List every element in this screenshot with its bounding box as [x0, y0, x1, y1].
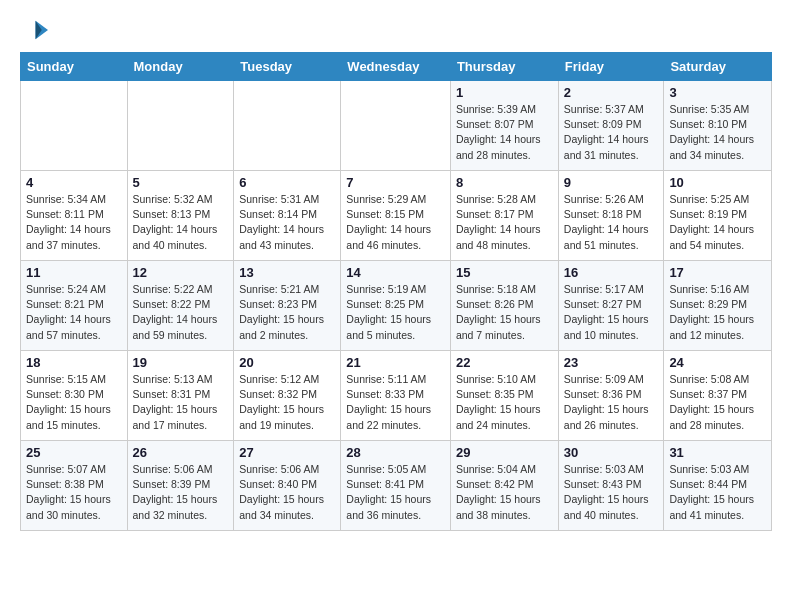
week-row-3: 11Sunrise: 5:24 AM Sunset: 8:21 PM Dayli… [21, 261, 772, 351]
day-number: 1 [456, 85, 553, 100]
day-cell: 30Sunrise: 5:03 AM Sunset: 8:43 PM Dayli… [558, 441, 664, 531]
day-number: 13 [239, 265, 335, 280]
logo [20, 16, 52, 44]
day-number: 9 [564, 175, 659, 190]
day-info: Sunrise: 5:37 AM Sunset: 8:09 PM Dayligh… [564, 102, 659, 163]
day-info: Sunrise: 5:12 AM Sunset: 8:32 PM Dayligh… [239, 372, 335, 433]
header [20, 16, 772, 44]
day-number: 6 [239, 175, 335, 190]
day-number: 30 [564, 445, 659, 460]
day-cell: 9Sunrise: 5:26 AM Sunset: 8:18 PM Daylig… [558, 171, 664, 261]
col-header-thursday: Thursday [450, 53, 558, 81]
day-cell: 28Sunrise: 5:05 AM Sunset: 8:41 PM Dayli… [341, 441, 451, 531]
day-cell: 25Sunrise: 5:07 AM Sunset: 8:38 PM Dayli… [21, 441, 128, 531]
week-row-2: 4Sunrise: 5:34 AM Sunset: 8:11 PM Daylig… [21, 171, 772, 261]
day-number: 20 [239, 355, 335, 370]
day-cell: 1Sunrise: 5:39 AM Sunset: 8:07 PM Daylig… [450, 81, 558, 171]
day-number: 16 [564, 265, 659, 280]
day-number: 14 [346, 265, 445, 280]
day-cell: 31Sunrise: 5:03 AM Sunset: 8:44 PM Dayli… [664, 441, 772, 531]
day-info: Sunrise: 5:04 AM Sunset: 8:42 PM Dayligh… [456, 462, 553, 523]
day-info: Sunrise: 5:03 AM Sunset: 8:44 PM Dayligh… [669, 462, 766, 523]
col-header-saturday: Saturday [664, 53, 772, 81]
day-cell: 18Sunrise: 5:15 AM Sunset: 8:30 PM Dayli… [21, 351, 128, 441]
day-cell: 16Sunrise: 5:17 AM Sunset: 8:27 PM Dayli… [558, 261, 664, 351]
day-cell: 12Sunrise: 5:22 AM Sunset: 8:22 PM Dayli… [127, 261, 234, 351]
day-cell: 29Sunrise: 5:04 AM Sunset: 8:42 PM Dayli… [450, 441, 558, 531]
page: SundayMondayTuesdayWednesdayThursdayFrid… [0, 0, 792, 547]
day-number: 4 [26, 175, 122, 190]
day-number: 27 [239, 445, 335, 460]
day-info: Sunrise: 5:08 AM Sunset: 8:37 PM Dayligh… [669, 372, 766, 433]
week-row-4: 18Sunrise: 5:15 AM Sunset: 8:30 PM Dayli… [21, 351, 772, 441]
day-cell: 26Sunrise: 5:06 AM Sunset: 8:39 PM Dayli… [127, 441, 234, 531]
day-cell: 23Sunrise: 5:09 AM Sunset: 8:36 PM Dayli… [558, 351, 664, 441]
day-info: Sunrise: 5:11 AM Sunset: 8:33 PM Dayligh… [346, 372, 445, 433]
day-info: Sunrise: 5:26 AM Sunset: 8:18 PM Dayligh… [564, 192, 659, 253]
day-info: Sunrise: 5:28 AM Sunset: 8:17 PM Dayligh… [456, 192, 553, 253]
day-number: 2 [564, 85, 659, 100]
day-info: Sunrise: 5:21 AM Sunset: 8:23 PM Dayligh… [239, 282, 335, 343]
week-row-5: 25Sunrise: 5:07 AM Sunset: 8:38 PM Dayli… [21, 441, 772, 531]
day-number: 28 [346, 445, 445, 460]
day-number: 19 [133, 355, 229, 370]
col-header-tuesday: Tuesday [234, 53, 341, 81]
day-number: 7 [346, 175, 445, 190]
day-cell: 10Sunrise: 5:25 AM Sunset: 8:19 PM Dayli… [664, 171, 772, 261]
day-info: Sunrise: 5:07 AM Sunset: 8:38 PM Dayligh… [26, 462, 122, 523]
day-cell: 4Sunrise: 5:34 AM Sunset: 8:11 PM Daylig… [21, 171, 128, 261]
day-cell [21, 81, 128, 171]
day-number: 29 [456, 445, 553, 460]
day-cell: 24Sunrise: 5:08 AM Sunset: 8:37 PM Dayli… [664, 351, 772, 441]
col-header-friday: Friday [558, 53, 664, 81]
day-number: 23 [564, 355, 659, 370]
day-info: Sunrise: 5:17 AM Sunset: 8:27 PM Dayligh… [564, 282, 659, 343]
day-cell: 14Sunrise: 5:19 AM Sunset: 8:25 PM Dayli… [341, 261, 451, 351]
header-row: SundayMondayTuesdayWednesdayThursdayFrid… [21, 53, 772, 81]
col-header-monday: Monday [127, 53, 234, 81]
day-cell: 2Sunrise: 5:37 AM Sunset: 8:09 PM Daylig… [558, 81, 664, 171]
day-info: Sunrise: 5:31 AM Sunset: 8:14 PM Dayligh… [239, 192, 335, 253]
day-info: Sunrise: 5:18 AM Sunset: 8:26 PM Dayligh… [456, 282, 553, 343]
day-number: 31 [669, 445, 766, 460]
day-number: 26 [133, 445, 229, 460]
day-number: 5 [133, 175, 229, 190]
day-info: Sunrise: 5:06 AM Sunset: 8:39 PM Dayligh… [133, 462, 229, 523]
day-number: 24 [669, 355, 766, 370]
day-info: Sunrise: 5:10 AM Sunset: 8:35 PM Dayligh… [456, 372, 553, 433]
day-number: 12 [133, 265, 229, 280]
calendar-table: SundayMondayTuesdayWednesdayThursdayFrid… [20, 52, 772, 531]
day-number: 25 [26, 445, 122, 460]
day-cell: 13Sunrise: 5:21 AM Sunset: 8:23 PM Dayli… [234, 261, 341, 351]
day-number: 15 [456, 265, 553, 280]
day-cell: 20Sunrise: 5:12 AM Sunset: 8:32 PM Dayli… [234, 351, 341, 441]
day-cell: 17Sunrise: 5:16 AM Sunset: 8:29 PM Dayli… [664, 261, 772, 351]
day-info: Sunrise: 5:15 AM Sunset: 8:30 PM Dayligh… [26, 372, 122, 433]
day-info: Sunrise: 5:35 AM Sunset: 8:10 PM Dayligh… [669, 102, 766, 163]
day-info: Sunrise: 5:06 AM Sunset: 8:40 PM Dayligh… [239, 462, 335, 523]
day-cell: 7Sunrise: 5:29 AM Sunset: 8:15 PM Daylig… [341, 171, 451, 261]
day-info: Sunrise: 5:22 AM Sunset: 8:22 PM Dayligh… [133, 282, 229, 343]
day-cell: 22Sunrise: 5:10 AM Sunset: 8:35 PM Dayli… [450, 351, 558, 441]
day-cell: 3Sunrise: 5:35 AM Sunset: 8:10 PM Daylig… [664, 81, 772, 171]
day-info: Sunrise: 5:34 AM Sunset: 8:11 PM Dayligh… [26, 192, 122, 253]
day-number: 3 [669, 85, 766, 100]
day-cell: 19Sunrise: 5:13 AM Sunset: 8:31 PM Dayli… [127, 351, 234, 441]
week-row-1: 1Sunrise: 5:39 AM Sunset: 8:07 PM Daylig… [21, 81, 772, 171]
col-header-sunday: Sunday [21, 53, 128, 81]
day-info: Sunrise: 5:29 AM Sunset: 8:15 PM Dayligh… [346, 192, 445, 253]
col-header-wednesday: Wednesday [341, 53, 451, 81]
day-info: Sunrise: 5:05 AM Sunset: 8:41 PM Dayligh… [346, 462, 445, 523]
day-cell [234, 81, 341, 171]
day-cell: 5Sunrise: 5:32 AM Sunset: 8:13 PM Daylig… [127, 171, 234, 261]
day-cell: 6Sunrise: 5:31 AM Sunset: 8:14 PM Daylig… [234, 171, 341, 261]
day-cell: 11Sunrise: 5:24 AM Sunset: 8:21 PM Dayli… [21, 261, 128, 351]
day-info: Sunrise: 5:19 AM Sunset: 8:25 PM Dayligh… [346, 282, 445, 343]
day-info: Sunrise: 5:03 AM Sunset: 8:43 PM Dayligh… [564, 462, 659, 523]
day-info: Sunrise: 5:09 AM Sunset: 8:36 PM Dayligh… [564, 372, 659, 433]
day-number: 22 [456, 355, 553, 370]
day-info: Sunrise: 5:13 AM Sunset: 8:31 PM Dayligh… [133, 372, 229, 433]
day-info: Sunrise: 5:24 AM Sunset: 8:21 PM Dayligh… [26, 282, 122, 343]
day-number: 17 [669, 265, 766, 280]
day-info: Sunrise: 5:16 AM Sunset: 8:29 PM Dayligh… [669, 282, 766, 343]
